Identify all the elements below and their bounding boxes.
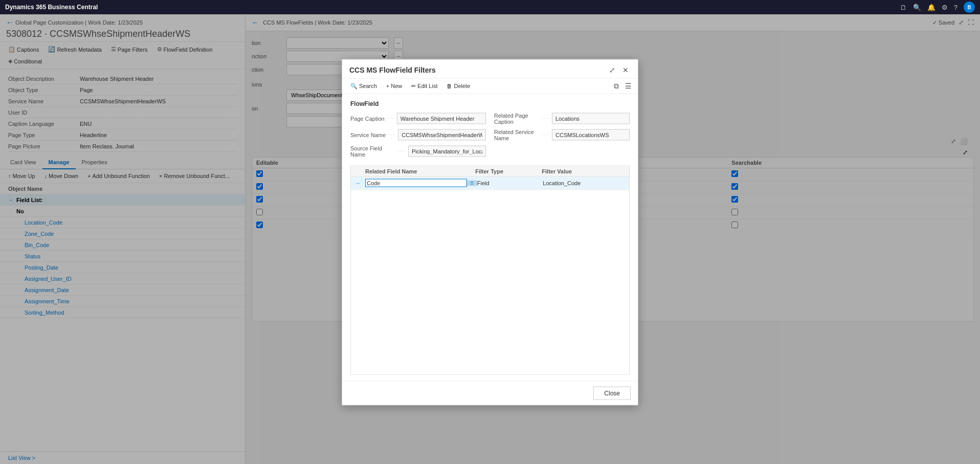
dialog-table: Related Field Name Filter Type Filter Va… [350, 165, 630, 374]
dialog-toolbar-right: ⧉ ☰ [612, 80, 634, 91]
dialog-close-button[interactable]: ✕ [620, 64, 631, 75]
page-caption-label: Page Caption [350, 115, 397, 121]
row-arrow-icon: → [355, 180, 365, 186]
dialog-menu-button[interactable]: ☰ [623, 80, 634, 91]
related-service-name-field[interactable] [552, 129, 630, 140]
related-service-name-row: Related Service Name [494, 128, 630, 141]
related-page-caption-label: Related Page Caption [494, 112, 552, 124]
app-title: Dynamics 365 Business Central [5, 4, 98, 11]
bell-icon[interactable]: 🔔 [927, 4, 936, 11]
drag-col [465, 168, 475, 174]
table-row[interactable]: → ⠿ Field Location_Code [351, 176, 629, 190]
dialog-search-button[interactable]: 🔍 Search [346, 80, 381, 91]
service-name-dialog-row: Service Name [350, 128, 486, 141]
filter-value-cell: Location_Code [543, 180, 625, 186]
help-icon[interactable]: ? [954, 4, 957, 11]
dialog-toolbar: 🔍 Search + New ✏ Edit List 🗑 Delete ⧉ ☰ [342, 78, 638, 94]
dialog-body: FlowField Page Caption Related Page Capt… [342, 94, 638, 381]
page-caption-field[interactable] [397, 113, 486, 124]
section-title: FlowField [350, 100, 630, 107]
filter-type-cell: Field [477, 180, 543, 186]
dialog-new-button[interactable]: + New [382, 80, 406, 91]
delete-icon: 🗑 [447, 83, 452, 89]
related-field-col-header: Related Field Name [365, 168, 465, 174]
dialog-footer: Close [342, 381, 638, 405]
close-button[interactable]: Close [593, 386, 631, 400]
source-field-row: Source Field Name [350, 145, 486, 157]
settings-icon[interactable]: ⚙ [942, 4, 948, 11]
related-field-input[interactable] [365, 179, 467, 187]
dialog-header-icons: ⤢ ✕ [607, 64, 631, 75]
dialog-edit-list-button[interactable]: ✏ Edit List [407, 80, 441, 91]
empty-row [494, 145, 630, 157]
dialog-form-grid: Page Caption Related Page Caption Servic… [350, 112, 630, 161]
related-page-caption-field[interactable] [552, 113, 630, 124]
related-page-caption-row: Related Page Caption [494, 112, 630, 124]
page-caption-row: Page Caption [350, 112, 486, 124]
flowfield-filters-dialog: CCS MS FlowField Filters ⤢ ✕ 🔍 Search + … [342, 59, 638, 405]
search-icon[interactable]: 🔍 [913, 4, 921, 11]
plus-icon: + [386, 83, 389, 89]
user-avatar[interactable]: B [964, 2, 975, 13]
dialog-empty-area [351, 190, 629, 374]
filter-type-col-header: Filter Type [475, 168, 542, 174]
source-field-field[interactable] [408, 145, 486, 157]
dialog-toolbar-left: 🔍 Search + New ✏ Edit List 🗑 Delete [346, 80, 474, 91]
drag-handle[interactable]: ⠿ [467, 180, 477, 186]
dialog-copy-button[interactable]: ⧉ [612, 80, 621, 91]
service-name-dialog-label: Service Name [350, 131, 398, 138]
nav-icons: 🗋 🔍 🔔 ⚙ ? B [900, 2, 975, 13]
dialog-expand-button[interactable]: ⤢ [607, 64, 617, 75]
source-field-label: Source Field Name [350, 145, 408, 157]
edit-list-icon: ✏ [411, 82, 416, 89]
service-name-dialog-field[interactable] [398, 129, 486, 140]
document-icon[interactable]: 🗋 [900, 4, 907, 11]
dialog-header: CCS MS FlowField Filters ⤢ ✕ [342, 59, 638, 78]
dialog-delete-button[interactable]: 🗑 Delete [442, 80, 474, 91]
dialog-title: CCS MS FlowField Filters [349, 65, 436, 74]
related-service-name-label: Related Service Name [494, 128, 552, 141]
top-nav: Dynamics 365 Business Central 🗋 🔍 🔔 ⚙ ? … [0, 0, 980, 14]
dialog-table-header: Related Field Name Filter Type Filter Va… [351, 166, 629, 176]
arrow-col [355, 168, 365, 174]
search-icon: 🔍 [350, 82, 358, 89]
filter-value-col-header: Filter Value [542, 168, 625, 174]
